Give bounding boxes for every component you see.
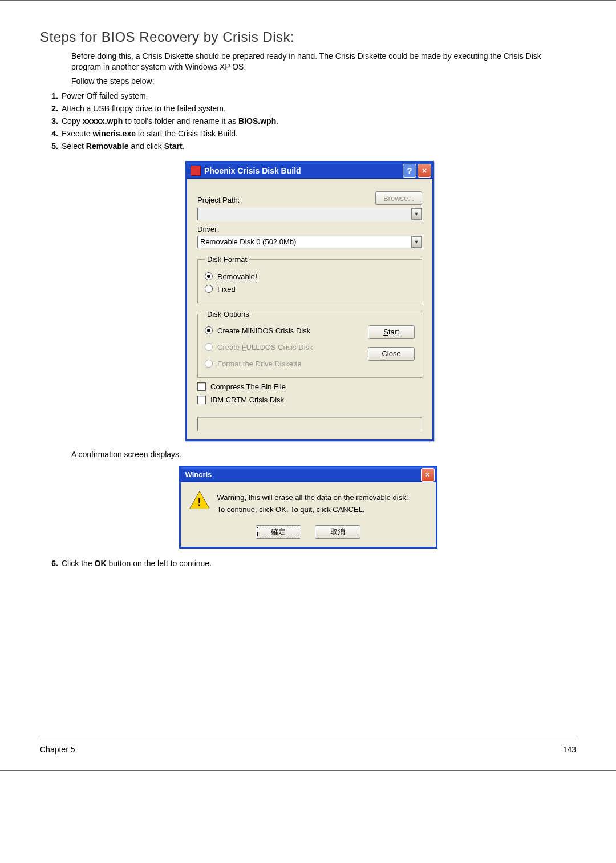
radio-fulldos: Create FULLDOS Crisis Disk <box>205 343 361 352</box>
radio-icon <box>205 272 213 280</box>
crisis-disk-dialog: Phoenix Crisis Disk Build ? × Project Pa… <box>185 161 434 441</box>
chevron-down-icon[interactable]: ▼ <box>411 236 422 248</box>
follow-paragraph: Follow the steps below: <box>71 76 570 87</box>
dialog-title: Wincris <box>185 470 421 479</box>
warning-icon: ! <box>190 491 209 511</box>
driver-combo[interactable] <box>197 236 422 248</box>
radio-icon <box>205 360 213 368</box>
radio-icon <box>205 343 213 351</box>
wincris-confirm-dialog: Wincris × ! Warning, this will erase all… <box>179 466 437 549</box>
radio-icon <box>205 326 213 334</box>
status-bar <box>197 417 422 432</box>
dialog-title: Phoenix Crisis Disk Build <box>204 166 402 175</box>
radio-icon <box>205 285 213 293</box>
section-heading: Steps for BIOS Recovery by Crisis Disk: <box>40 29 576 45</box>
close-button[interactable]: Close <box>368 347 415 361</box>
radio-fixed[interactable]: Fixed <box>205 285 415 293</box>
step-5: 5.Select Removable and click Start. <box>46 142 576 151</box>
checkbox-compress[interactable]: Compress The Bin File <box>197 382 422 391</box>
footer-page-number: 143 <box>563 745 576 754</box>
step-3: 3.Copy xxxxx.wph to tool's folder and re… <box>46 116 576 126</box>
cancel-button[interactable]: 取消 <box>315 525 360 539</box>
close-icon[interactable]: × <box>418 164 431 178</box>
radio-minidos[interactable]: Create MINIDOS Crisis Disk <box>205 326 361 335</box>
help-button[interactable]: ? <box>403 164 416 178</box>
ok-button[interactable]: 確定 <box>256 525 301 539</box>
disk-options-group: Disk Options Create MINIDOS Crisis Disk … <box>197 310 422 378</box>
disk-options-legend: Disk Options <box>205 310 252 318</box>
disk-format-group: Disk Format Removable Fixed <box>197 255 422 303</box>
title-bar[interactable]: Wincris × <box>181 467 436 482</box>
radio-removable[interactable]: Removable <box>205 272 415 281</box>
title-bar[interactable]: Phoenix Crisis Disk Build ? × <box>187 163 432 179</box>
disk-format-legend: Disk Format <box>205 255 249 264</box>
confirm-message: Warning, this will erase all the data on… <box>217 490 408 517</box>
confirmation-caption: A confirmation screen displays. <box>71 449 576 460</box>
step-4: 4.Execute wincris.exe to start the Crisi… <box>46 129 576 138</box>
step-6: 6.Click the OK button on the left to con… <box>46 559 576 568</box>
project-path-label: Project Path: <box>197 196 240 204</box>
intro-paragraph: Before doing this, a Crisis Diskette sho… <box>71 51 570 72</box>
driver-label: Driver: <box>197 225 422 233</box>
app-icon <box>191 166 201 176</box>
footer-chapter: Chapter 5 <box>40 745 75 754</box>
close-icon[interactable]: × <box>421 468 435 482</box>
radio-format-drive: Format the Drive Diskette <box>205 360 361 368</box>
checkbox-ibm-crtm[interactable]: IBM CRTM Crisis Disk <box>197 396 422 404</box>
step-2: 2.Attach a USB floppy drive to the faile… <box>46 104 576 113</box>
chevron-down-icon[interactable]: ▼ <box>411 208 422 220</box>
browse-button[interactable]: Browse... <box>375 191 422 205</box>
step-1: 1.Power Off failed system. <box>46 91 576 100</box>
checkbox-icon <box>197 396 206 404</box>
project-path-combo[interactable] <box>197 208 422 220</box>
start-button[interactable]: Start <box>368 325 415 339</box>
checkbox-icon <box>197 382 206 391</box>
